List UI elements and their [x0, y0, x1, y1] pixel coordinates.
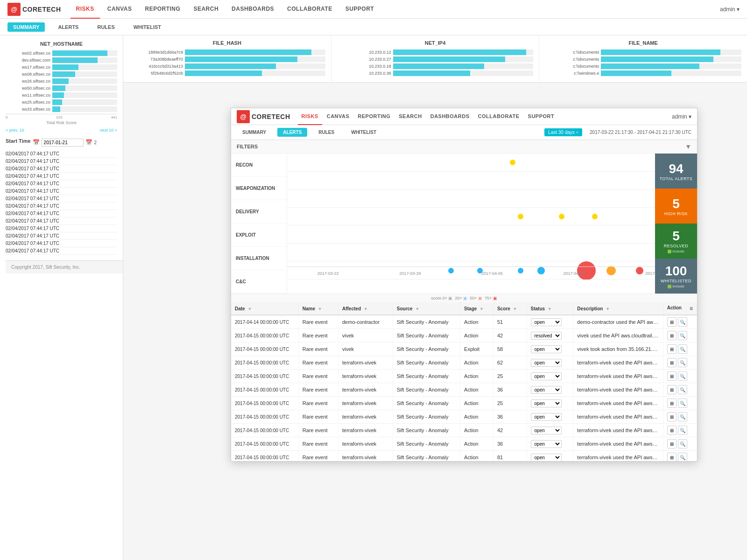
action-search-btn[interactable]: 🔍: [678, 453, 687, 461]
status-select[interactable]: open resolved: [531, 454, 562, 462]
overlay-nav-link-support[interactable]: SUPPORT: [524, 108, 558, 125]
nav-link-reporting[interactable]: REPORTING: [140, 0, 186, 19]
filter-icon[interactable]: ▼: [415, 307, 419, 311]
action-icons: ⊞ 🔍: [667, 317, 693, 327]
nav-link-canvas[interactable]: CANVAS: [102, 0, 138, 19]
overlay-nav-link-search[interactable]: SEARCH: [395, 108, 425, 125]
calendar-icon-2[interactable]: 📅: [85, 139, 92, 146]
action-detail-btn[interactable]: ⊞: [667, 439, 677, 448]
overlay-nav-link-reporting[interactable]: REPORTING: [354, 108, 394, 125]
table-row: 2017-04-15 00:00:00 UTC Rare event terra…: [231, 451, 697, 462]
filter-icon[interactable]: ▼: [513, 307, 517, 311]
nav-link-search[interactable]: SEARCH: [188, 0, 224, 19]
overlay-nav-link-dashboards[interactable]: DASHBOARDS: [427, 108, 473, 125]
overlay-nav-link-collaborate[interactable]: COLLABORATE: [474, 108, 523, 125]
filters-toggle[interactable]: ▼: [685, 143, 691, 150]
date-range-btn[interactable]: Last 30 days ÷: [544, 128, 582, 136]
cell-source: Sift Security - Anomaly: [393, 397, 460, 410]
overlay-nav-link-risks[interactable]: RISKS: [298, 108, 322, 125]
columns-icon[interactable]: ≡: [690, 305, 693, 312]
action-search-btn[interactable]: 🔍: [678, 344, 687, 354]
filter-icon[interactable]: ▼: [247, 307, 252, 311]
status-select[interactable]: open resolved: [531, 440, 562, 448]
status-select[interactable]: open resolved: [531, 345, 562, 353]
action-detail-btn[interactable]: ⊞: [667, 453, 677, 461]
stat-box: 5 HIGH RISK: [655, 189, 697, 224]
status-select[interactable]: open resolved: [531, 399, 562, 407]
overlay-sec-nav-summary[interactable]: SUMMARY: [237, 128, 272, 137]
action-search-btn[interactable]: 🔍: [678, 385, 687, 394]
action-detail-btn[interactable]: ⊞: [667, 385, 677, 394]
alerts-table: Date ▼Name ▼Affected ▼Source ▼Stage ▼Sco…: [231, 302, 697, 461]
nav-link-risks[interactable]: RISKS: [70, 0, 100, 19]
status-select[interactable]: open resolved: [531, 427, 562, 434]
date-range-text: 2017-03-22 21:17:30 - 2017-04-21 21:17:3…: [590, 130, 691, 135]
nav-link-support[interactable]: SUPPORT: [340, 0, 380, 19]
filter-icon[interactable]: ▼: [548, 307, 552, 311]
filter-icon[interactable]: ▼: [479, 307, 484, 311]
cell-name: Rare event: [298, 356, 338, 370]
chart-bar-label: 10.233.0.18: [337, 64, 393, 69]
sec-nav-whitelist[interactable]: WHITELIST: [128, 22, 167, 32]
action-detail-btn[interactable]: ⊞: [667, 399, 677, 408]
sec-nav-summary[interactable]: SUMMARY: [7, 22, 45, 32]
nav-link-dashboards[interactable]: DASHBOARDS: [226, 0, 280, 19]
status-select[interactable]: open resolved: [531, 372, 562, 380]
prev-btn[interactable]: < prev. 10: [6, 128, 24, 133]
action-detail-btn[interactable]: ⊞: [667, 426, 677, 435]
bar-row: ws25.siftsec.co: [6, 99, 117, 105]
action-detail-btn[interactable]: ⊞: [667, 412, 677, 421]
overlay-nav-user[interactable]: admin ▾: [672, 113, 691, 120]
overlay-nav-link-canvas[interactable]: CANVAS: [323, 108, 353, 125]
bar-label: ws08.siftsec.co: [6, 72, 52, 77]
status-select[interactable]: open resolved: [531, 332, 562, 340]
overlay-sec-nav-alerts[interactable]: ALERTS: [277, 128, 307, 137]
status-select[interactable]: open resolved: [531, 318, 562, 326]
calendar-icon[interactable]: 📅: [33, 139, 40, 146]
next-btn[interactable]: next 10 >: [100, 128, 117, 133]
bar-label: ws25.siftsec.co: [6, 100, 52, 105]
cell-action: ⊞ 🔍: [663, 451, 697, 462]
filters-label: FILTERS: [237, 144, 258, 149]
logo[interactable]: @ CORETECH: [7, 3, 61, 16]
sec-nav-alerts[interactable]: ALERTS: [52, 22, 84, 32]
action-detail-btn[interactable]: ⊞: [667, 371, 677, 381]
action-search-btn[interactable]: 🔍: [678, 317, 687, 327]
overlay-nav-links: RISKSCANVASREPORTINGSEARCHDASHBOARDSCOLL…: [298, 108, 672, 125]
chart-block-title: NET_IP4: [337, 40, 534, 46]
filter-icon[interactable]: ▼: [606, 307, 610, 311]
status-select[interactable]: open resolved: [531, 386, 562, 394]
nav-user[interactable]: admin ▾: [720, 6, 740, 13]
start-time-section: Start Time 📅 📅 2 02/04/2017 07:44:17 UTC…: [6, 138, 117, 255]
cell-affected: terraform-vivek: [338, 370, 393, 383]
time-item: 02/04/2017 07:44:17 UTC: [6, 150, 117, 158]
filter-icon[interactable]: ▼: [364, 307, 368, 311]
action-search-btn[interactable]: 🔍: [678, 399, 687, 408]
overlay-sec-nav-whitelist[interactable]: WHITELIST: [345, 128, 382, 137]
date-input[interactable]: [42, 139, 84, 147]
action-detail-btn[interactable]: ⊞: [667, 317, 677, 327]
nav-link-collaborate[interactable]: COLLABORATE: [282, 0, 338, 19]
action-detail-btn[interactable]: ⊞: [667, 331, 677, 340]
timeline-row-bg: [287, 208, 697, 226]
status-select[interactable]: open resolved: [531, 413, 562, 421]
cell-name: Rare event: [298, 410, 338, 424]
action-search-btn[interactable]: 🔍: [678, 439, 687, 448]
sec-nav-rules[interactable]: RULES: [92, 22, 120, 32]
chart-bar-label: 73a308bdeaeff70: [129, 57, 185, 62]
chart-bar-fill: [185, 63, 276, 69]
filter-icon[interactable]: ▼: [318, 307, 322, 311]
overlay-sec-nav-rules[interactable]: RULES: [313, 128, 340, 137]
action-search-btn[interactable]: 🔍: [678, 412, 687, 421]
action-search-btn[interactable]: 🔍: [678, 358, 687, 367]
status-select[interactable]: open resolved: [531, 359, 562, 367]
action-search-btn[interactable]: 🔍: [678, 331, 687, 340]
cell-action: ⊞ 🔍: [663, 410, 697, 424]
action-detail-btn[interactable]: ⊞: [667, 358, 677, 367]
action-search-btn[interactable]: 🔍: [678, 371, 687, 381]
action-search-btn[interactable]: 🔍: [678, 426, 687, 435]
cell-source: Sift Security - Anomaly: [393, 451, 460, 462]
action-detail-btn[interactable]: ⊞: [667, 344, 677, 354]
timeline-labels: RECONWEAPONIZATIONDELIVERYEXPLOITINSTALL…: [231, 154, 287, 294]
overlay-logo[interactable]: @ CORETECH: [237, 110, 290, 123]
